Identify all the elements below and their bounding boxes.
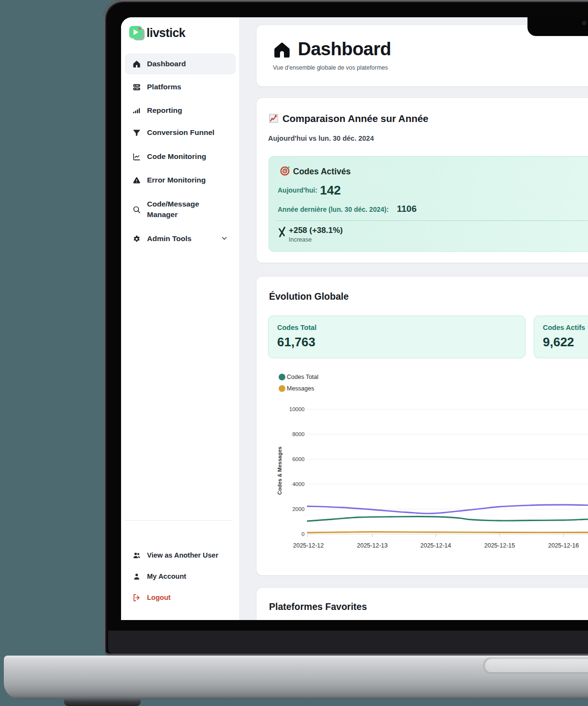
svg-text:2000: 2000 bbox=[292, 506, 305, 512]
svg-text:Codes & Messages: Codes & Messages bbox=[277, 447, 282, 495]
svg-text:2025-12-12: 2025-12-12 bbox=[293, 542, 324, 549]
svg-text:2025-12-16: 2025-12-16 bbox=[548, 542, 579, 549]
svg-text:2025-12-15: 2025-12-15 bbox=[484, 542, 515, 549]
svg-text:6000: 6000 bbox=[292, 456, 305, 462]
svg-text:10000: 10000 bbox=[289, 406, 305, 412]
svg-text:8000: 8000 bbox=[292, 431, 305, 437]
svg-text:4000: 4000 bbox=[292, 481, 305, 487]
svg-text:0: 0 bbox=[302, 531, 305, 537]
svg-text:2025-12-13: 2025-12-13 bbox=[357, 542, 388, 549]
svg-text:2025-12-14: 2025-12-14 bbox=[420, 542, 451, 549]
